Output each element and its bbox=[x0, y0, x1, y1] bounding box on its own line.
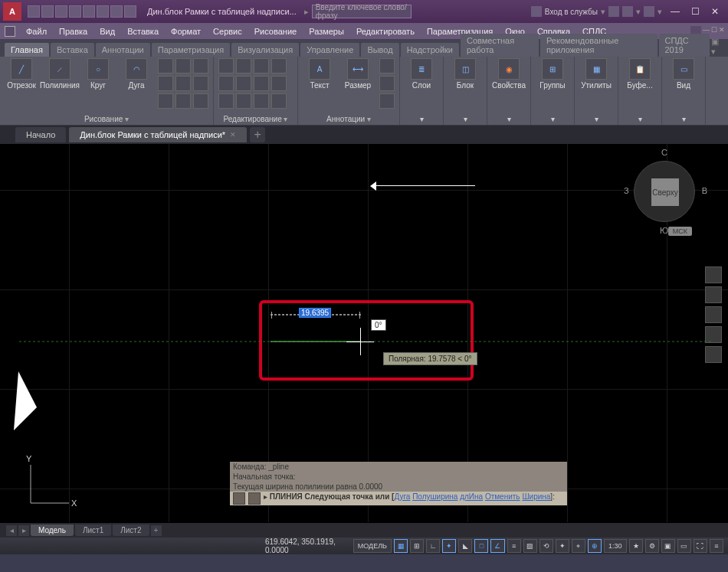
qat-save-icon[interactable] bbox=[55, 5, 67, 18]
polyline-button[interactable]: ⟋Полилиния bbox=[43, 58, 77, 109]
panel-draw-title[interactable]: Рисование bbox=[84, 115, 129, 123]
ribbon-tab-manage[interactable]: Управление bbox=[300, 43, 359, 57]
panel-edit-title[interactable]: Редактирование bbox=[224, 115, 288, 123]
menu-dim[interactable]: Размеры bbox=[303, 23, 350, 39]
ribbon-tab-output[interactable]: Вывод bbox=[361, 43, 398, 57]
close-tab-icon[interactable]: ✕ bbox=[230, 131, 236, 139]
signin-link[interactable]: Вход в службы bbox=[545, 8, 598, 16]
cmd-opts-icon[interactable] bbox=[248, 492, 261, 505]
scroll-right-icon[interactable]: ▸ bbox=[18, 525, 29, 536]
qat-new-icon[interactable] bbox=[28, 5, 40, 18]
block-button[interactable]: ◫Блок bbox=[448, 58, 482, 90]
scroll-left-icon[interactable]: ◂ bbox=[6, 525, 17, 536]
command-window[interactable]: Команда: _pline Начальная точка: Текущая… bbox=[230, 462, 567, 505]
clipboard-button[interactable]: 📋Буфе... bbox=[623, 58, 657, 90]
ribbon-tab-addon[interactable]: Надстройки bbox=[401, 43, 459, 57]
draw-more[interactable] bbox=[158, 58, 208, 109]
ribbon-tab-home[interactable]: Главная bbox=[5, 43, 49, 57]
qat-saveall-icon[interactable] bbox=[83, 5, 95, 18]
menu-draw[interactable]: Рисование bbox=[248, 23, 303, 39]
osnap-toggle-icon[interactable]: □ bbox=[474, 539, 488, 553]
clean-toggle-icon[interactable]: ⛶ bbox=[694, 539, 707, 553]
lineweight-toggle-icon[interactable]: ≡ bbox=[507, 539, 521, 553]
doc-tab-home[interactable]: Начало bbox=[15, 127, 66, 142]
modify-grid[interactable] bbox=[218, 58, 293, 109]
qat-plot-icon[interactable] bbox=[97, 5, 109, 18]
otrack-toggle-icon[interactable]: ∠ bbox=[490, 539, 504, 553]
groups-button[interactable]: ⊞Группы bbox=[536, 58, 569, 90]
layers-button[interactable]: ≣Слои bbox=[405, 58, 438, 90]
exchange-icon[interactable] bbox=[608, 6, 619, 17]
menu-toggle-icon[interactable] bbox=[5, 26, 15, 37]
qat-redo-icon[interactable] bbox=[124, 5, 136, 18]
properties-button[interactable]: ◉Свойства bbox=[492, 58, 526, 90]
app-icon[interactable]: A bbox=[3, 2, 21, 21]
workspace-icon[interactable]: ⚙ bbox=[645, 539, 659, 553]
layout-tab-model[interactable]: Модель bbox=[31, 525, 74, 536]
qat-saveas-icon[interactable] bbox=[69, 5, 81, 18]
circle-button[interactable]: ○Круг bbox=[81, 58, 115, 109]
panel-anno-title[interactable]: Аннотации bbox=[326, 115, 371, 123]
menu-modify[interactable]: Редактировать bbox=[350, 23, 421, 39]
a360-icon[interactable] bbox=[622, 6, 633, 17]
ortho-toggle-icon[interactable]: ∟ bbox=[426, 539, 440, 553]
dynucs-toggle-icon[interactable]: ⌖ bbox=[572, 539, 585, 553]
ribbon-tab-spds[interactable]: СПДС 2019 bbox=[659, 34, 710, 57]
iso-toggle-icon[interactable]: ◣ bbox=[458, 539, 472, 553]
ribbon-tab-featured[interactable]: Рекомендованные приложения bbox=[540, 34, 657, 57]
add-tab-button[interactable]: + bbox=[250, 127, 265, 142]
custom-icon[interactable]: ≡ bbox=[710, 539, 723, 553]
menu-insert[interactable]: Вставка bbox=[121, 23, 165, 39]
layout-tab-2[interactable]: Лист2 bbox=[113, 525, 149, 536]
close-button[interactable]: ✕ bbox=[705, 3, 725, 20]
3dsnap-toggle-icon[interactable]: ✦ bbox=[556, 539, 569, 553]
text-button[interactable]: АТекст bbox=[303, 58, 336, 109]
arc-button[interactable]: ◠Дуга bbox=[120, 58, 153, 109]
space-toggle[interactable]: МОДЕЛЬ bbox=[353, 539, 392, 553]
units-toggle-icon[interactable]: ▭ bbox=[677, 539, 691, 553]
transparency-toggle-icon[interactable]: ▨ bbox=[523, 539, 537, 553]
snap-toggle-icon[interactable]: ⊞ bbox=[410, 539, 424, 553]
search-input[interactable]: Введите ключевое слово/фразу bbox=[312, 5, 412, 18]
account-icon[interactable] bbox=[531, 6, 542, 17]
doc-close-button[interactable]: ✕ bbox=[719, 26, 725, 37]
cycle-toggle-icon[interactable]: ⟲ bbox=[539, 539, 553, 553]
grid-toggle-icon[interactable]: ▦ bbox=[394, 539, 408, 553]
add-layout-icon[interactable]: + bbox=[151, 525, 162, 536]
qat-open-icon[interactable] bbox=[41, 5, 54, 18]
layout-tab-1[interactable]: Лист1 bbox=[75, 525, 111, 536]
menu-format[interactable]: Формат bbox=[165, 23, 207, 39]
line-button[interactable]: ╱Отрезок bbox=[5, 58, 38, 109]
menu-service[interactable]: Сервис bbox=[207, 23, 248, 39]
anno-more[interactable] bbox=[379, 58, 395, 109]
command-prompt[interactable]: ▸ ПЛИНИЯ Следующая точка или [Дуга Полуш… bbox=[264, 492, 555, 505]
cmd-toggle-icon[interactable] bbox=[233, 492, 245, 505]
maximize-button[interactable]: ☐ bbox=[685, 3, 705, 20]
view-button[interactable]: ▭Вид bbox=[667, 58, 700, 90]
drawing-canvas[interactable]: Сверху С Ю В З МСК 19.6395 0° Полярная: … bbox=[0, 144, 728, 522]
ribbon-expand-icon[interactable]: ▣ ▾ bbox=[711, 37, 723, 57]
distance-input[interactable]: 19.6395 bbox=[299, 308, 331, 318]
dim-button[interactable]: ⟷Размер bbox=[341, 58, 375, 109]
menu-edit[interactable]: Правка bbox=[53, 23, 93, 39]
menu-file[interactable]: Файл bbox=[20, 23, 53, 39]
polar-toggle-icon[interactable]: ✦ bbox=[442, 539, 456, 553]
coords-readout[interactable]: 619.6042, 350.1919, 0.0000 bbox=[265, 538, 351, 554]
utilities-button[interactable]: ▦Утилиты bbox=[579, 58, 613, 90]
ribbon-tab-insert[interactable]: Вставка bbox=[51, 43, 94, 57]
ribbon-tab-anno[interactable]: Аннотации bbox=[96, 43, 150, 57]
monitor-icon[interactable]: ▣ bbox=[661, 539, 675, 553]
help-icon[interactable] bbox=[644, 6, 654, 17]
ribbon-tab-param[interactable]: Параметризация bbox=[152, 43, 230, 57]
menu-view[interactable]: Вид bbox=[93, 23, 121, 39]
anno-toggle-icon[interactable]: ★ bbox=[629, 539, 643, 553]
doc-max-button[interactable]: ☐ bbox=[711, 26, 717, 37]
dyninput-toggle-icon[interactable]: ⊕ bbox=[588, 539, 602, 553]
ribbon-tab-visual[interactable]: Визуализация bbox=[231, 43, 299, 57]
doc-tab-current[interactable]: Дин.блок Рамки с таблицей надписи*✕ bbox=[69, 127, 247, 142]
ribbon-tab-collab[interactable]: Совместная работа bbox=[461, 34, 539, 57]
angle-input[interactable]: 0° bbox=[371, 319, 386, 331]
qat-undo-icon[interactable] bbox=[110, 5, 123, 18]
scale-control[interactable]: 1:30 bbox=[604, 539, 627, 553]
minimize-button[interactable]: — bbox=[665, 3, 685, 20]
